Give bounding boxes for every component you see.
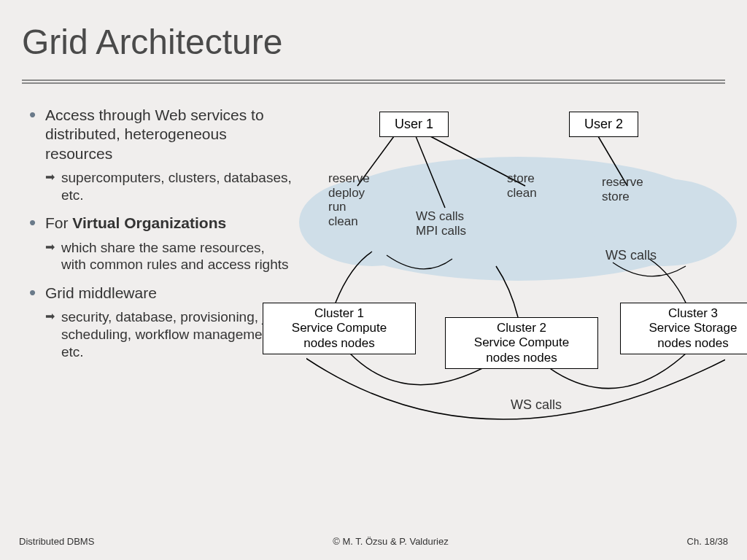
- bullet-3-sub-1: security, database, provisioning, job sc…: [45, 308, 292, 360]
- user-1-box: User 1: [379, 112, 449, 137]
- bullet-2-pre: For: [45, 214, 72, 231]
- slide-title: Grid Architecture: [22, 22, 725, 62]
- cluster-1-box: Cluster 1 Service Compute nodes nodes: [263, 303, 416, 354]
- bullet-3: Grid middleware security, database, prov…: [29, 284, 292, 361]
- bullet-1-sub-1: supercomputers, clusters, databases, etc…: [45, 169, 292, 204]
- actions-ws-mpi: WS calls MPI calls: [416, 209, 466, 238]
- footer-right: Ch. 18/38: [687, 536, 728, 547]
- bullet-3-text: Grid middleware: [45, 284, 157, 301]
- diagram-area: User 1 User 2 reserve deploy run clean W…: [306, 106, 725, 456]
- cluster-3-box: Cluster 3 Service Storage nodes nodes: [620, 303, 747, 354]
- actions-reserve-deploy: reserve deploy run clean: [328, 171, 370, 228]
- title-divider: [22, 79, 725, 84]
- cluster-2-box: Cluster 2 Service Compute nodes nodes: [445, 317, 598, 369]
- actions-reserve-store: reserve store: [602, 175, 643, 203]
- bullet-2-bold: Virtual Organizations: [72, 214, 226, 231]
- bullet-column: Access through Web services to distribut…: [22, 106, 292, 456]
- ws-calls-right: WS calls: [605, 248, 657, 263]
- actions-store-clean: store clean: [507, 171, 537, 200]
- ws-calls-bottom: WS calls: [511, 397, 562, 413]
- footer-left: Distributed DBMS: [19, 536, 94, 547]
- bullet-2: For Virtual Organizations which share th…: [29, 214, 292, 273]
- bullet-2-sub-1: which share the same resources, with com…: [45, 239, 292, 274]
- bullet-1: Access through Web services to distribut…: [29, 106, 292, 203]
- slide-footer: Distributed DBMS © M. T. Özsu & P. Valdu…: [19, 536, 728, 547]
- bullet-1-text: Access through Web services to distribut…: [45, 106, 264, 162]
- user-2-box: User 2: [569, 112, 638, 137]
- footer-center: © M. T. Özsu & P. Valduriez: [333, 536, 448, 547]
